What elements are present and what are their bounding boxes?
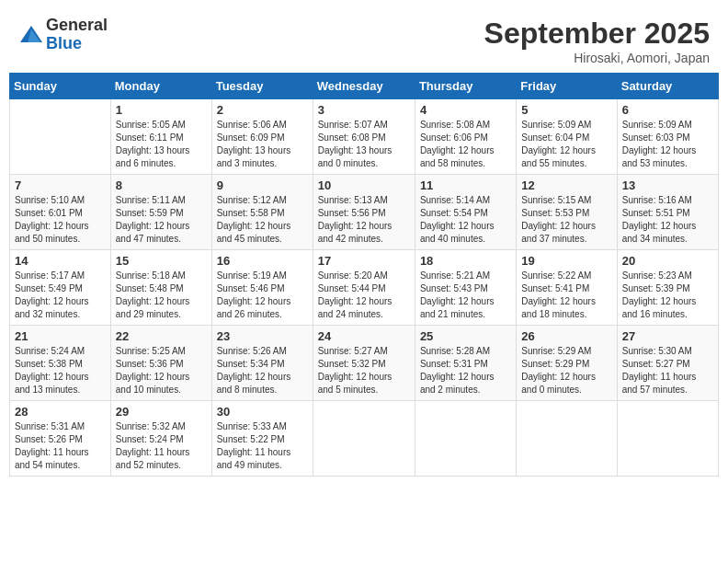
page-header: General Blue September 2025 Hirosaki, Ao… [9,9,719,65]
day-number: 30 [217,405,308,419]
calendar-cell [313,401,415,477]
calendar-cell: 13Sunrise: 5:16 AMSunset: 5:51 PMDayligh… [617,175,718,250]
day-number: 19 [521,254,611,268]
cell-content: Sunrise: 5:19 AMSunset: 5:46 PMDaylight:… [217,270,308,321]
calendar-week-row: 1Sunrise: 5:05 AMSunset: 6:11 PMDaylight… [10,99,719,175]
cell-content: Sunrise: 5:25 AMSunset: 5:36 PMDaylight:… [116,345,207,396]
calendar-cell: 17Sunrise: 5:20 AMSunset: 5:44 PMDayligh… [313,250,415,326]
logo-general-text: General [46,17,108,35]
weekday-header-wednesday: Wednesday [313,74,415,99]
calendar-cell: 15Sunrise: 5:18 AMSunset: 5:48 PMDayligh… [110,250,211,326]
calendar-cell: 12Sunrise: 5:15 AMSunset: 5:53 PMDayligh… [517,175,617,250]
cell-content: Sunrise: 5:05 AMSunset: 6:11 PMDaylight:… [116,119,207,170]
cell-content: Sunrise: 5:08 AMSunset: 6:06 PMDaylight:… [420,119,511,170]
calendar-table: SundayMondayTuesdayWednesdayThursdayFrid… [9,73,719,477]
calendar-cell: 22Sunrise: 5:25 AMSunset: 5:36 PMDayligh… [110,326,211,401]
day-number: 9 [217,178,308,192]
calendar-cell: 19Sunrise: 5:22 AMSunset: 5:41 PMDayligh… [517,250,617,326]
calendar-cell: 18Sunrise: 5:21 AMSunset: 5:43 PMDayligh… [415,250,516,326]
calendar-cell: 28Sunrise: 5:31 AMSunset: 5:26 PMDayligh… [10,401,111,477]
day-number: 26 [521,329,611,343]
day-number: 2 [217,103,308,117]
day-number: 22 [116,329,207,343]
cell-content: Sunrise: 5:27 AMSunset: 5:32 PMDaylight:… [318,345,410,396]
calendar-cell [415,401,516,477]
cell-content: Sunrise: 5:23 AMSunset: 5:39 PMDaylight:… [622,270,713,321]
cell-content: Sunrise: 5:18 AMSunset: 5:48 PMDaylight:… [116,270,207,321]
calendar-cell: 27Sunrise: 5:30 AMSunset: 5:27 PMDayligh… [617,326,718,401]
cell-content: Sunrise: 5:09 AMSunset: 6:03 PMDaylight:… [622,119,713,170]
calendar-cell: 16Sunrise: 5:19 AMSunset: 5:46 PMDayligh… [211,250,313,326]
cell-content: Sunrise: 5:31 AMSunset: 5:26 PMDaylight:… [15,420,106,472]
calendar-cell: 6Sunrise: 5:09 AMSunset: 6:03 PMDaylight… [617,99,718,175]
calendar-cell: 10Sunrise: 5:13 AMSunset: 5:56 PMDayligh… [313,175,415,250]
calendar-cell: 2Sunrise: 5:06 AMSunset: 6:09 PMDaylight… [211,99,313,175]
day-number: 13 [622,178,713,192]
day-number: 12 [521,178,611,192]
logo-icon [18,22,44,48]
cell-content: Sunrise: 5:07 AMSunset: 6:08 PMDaylight:… [318,119,410,170]
cell-content: Sunrise: 5:22 AMSunset: 5:41 PMDaylight:… [521,270,611,321]
calendar-cell: 20Sunrise: 5:23 AMSunset: 5:39 PMDayligh… [617,250,718,326]
calendar-cell [517,401,617,477]
calendar-cell: 4Sunrise: 5:08 AMSunset: 6:06 PMDaylight… [415,99,516,175]
day-number: 17 [318,254,410,268]
calendar-cell: 24Sunrise: 5:27 AMSunset: 5:32 PMDayligh… [313,326,415,401]
cell-content: Sunrise: 5:33 AMSunset: 5:22 PMDaylight:… [217,420,308,472]
cell-content: Sunrise: 5:12 AMSunset: 5:58 PMDaylight:… [217,194,308,246]
day-number: 20 [622,254,713,268]
day-number: 28 [15,405,106,419]
calendar-cell: 5Sunrise: 5:09 AMSunset: 6:04 PMDaylight… [517,99,617,175]
day-number: 15 [116,254,207,268]
day-number: 8 [116,178,207,192]
day-number: 25 [420,329,511,343]
title-block: September 2025 Hirosaki, Aomori, Japan [484,17,710,65]
calendar-cell: 30Sunrise: 5:33 AMSunset: 5:22 PMDayligh… [211,401,313,477]
weekday-header-row: SundayMondayTuesdayWednesdayThursdayFrid… [10,74,719,99]
cell-content: Sunrise: 5:16 AMSunset: 5:51 PMDaylight:… [622,194,713,246]
cell-content: Sunrise: 5:21 AMSunset: 5:43 PMDaylight:… [420,270,511,321]
weekday-header-friday: Friday [517,74,617,99]
cell-content: Sunrise: 5:30 AMSunset: 5:27 PMDaylight:… [622,345,713,396]
cell-content: Sunrise: 5:09 AMSunset: 6:04 PMDaylight:… [521,119,611,170]
calendar-cell [617,401,718,477]
weekday-header-sunday: Sunday [10,74,111,99]
cell-content: Sunrise: 5:28 AMSunset: 5:31 PMDaylight:… [420,345,511,396]
cell-content: Sunrise: 5:32 AMSunset: 5:24 PMDaylight:… [116,420,207,472]
day-number: 29 [116,405,207,419]
calendar-cell: 25Sunrise: 5:28 AMSunset: 5:31 PMDayligh… [415,326,516,401]
calendar-cell: 1Sunrise: 5:05 AMSunset: 6:11 PMDaylight… [110,99,211,175]
cell-content: Sunrise: 5:17 AMSunset: 5:49 PMDaylight:… [15,270,106,321]
calendar-cell: 8Sunrise: 5:11 AMSunset: 5:59 PMDaylight… [110,175,211,250]
cell-content: Sunrise: 5:29 AMSunset: 5:29 PMDaylight:… [521,345,611,396]
calendar-week-row: 28Sunrise: 5:31 AMSunset: 5:26 PMDayligh… [10,401,719,477]
day-number: 6 [622,103,713,117]
calendar-week-row: 21Sunrise: 5:24 AMSunset: 5:38 PMDayligh… [10,326,719,401]
day-number: 1 [116,103,207,117]
cell-content: Sunrise: 5:26 AMSunset: 5:34 PMDaylight:… [217,345,308,396]
day-number: 23 [217,329,308,343]
day-number: 24 [318,329,410,343]
day-number: 16 [217,254,308,268]
day-number: 14 [15,254,106,268]
cell-content: Sunrise: 5:13 AMSunset: 5:56 PMDaylight:… [318,194,410,246]
cell-content: Sunrise: 5:20 AMSunset: 5:44 PMDaylight:… [318,270,410,321]
location: Hirosaki, Aomori, Japan [484,51,710,65]
logo: General Blue [18,17,108,53]
calendar-cell: 29Sunrise: 5:32 AMSunset: 5:24 PMDayligh… [110,401,211,477]
cell-content: Sunrise: 5:10 AMSunset: 6:01 PMDaylight:… [15,194,106,246]
day-number: 5 [521,103,611,117]
weekday-header-tuesday: Tuesday [211,74,313,99]
day-number: 11 [420,178,511,192]
day-number: 4 [420,103,511,117]
calendar-week-row: 14Sunrise: 5:17 AMSunset: 5:49 PMDayligh… [10,250,719,326]
weekday-header-saturday: Saturday [617,74,718,99]
calendar-cell: 23Sunrise: 5:26 AMSunset: 5:34 PMDayligh… [211,326,313,401]
calendar-cell: 11Sunrise: 5:14 AMSunset: 5:54 PMDayligh… [415,175,516,250]
calendar-cell: 14Sunrise: 5:17 AMSunset: 5:49 PMDayligh… [10,250,111,326]
calendar-cell: 7Sunrise: 5:10 AMSunset: 6:01 PMDaylight… [10,175,111,250]
calendar-cell: 21Sunrise: 5:24 AMSunset: 5:38 PMDayligh… [10,326,111,401]
day-number: 3 [318,103,410,117]
calendar-cell: 9Sunrise: 5:12 AMSunset: 5:58 PMDaylight… [211,175,313,250]
month-title: September 2025 [484,17,710,51]
